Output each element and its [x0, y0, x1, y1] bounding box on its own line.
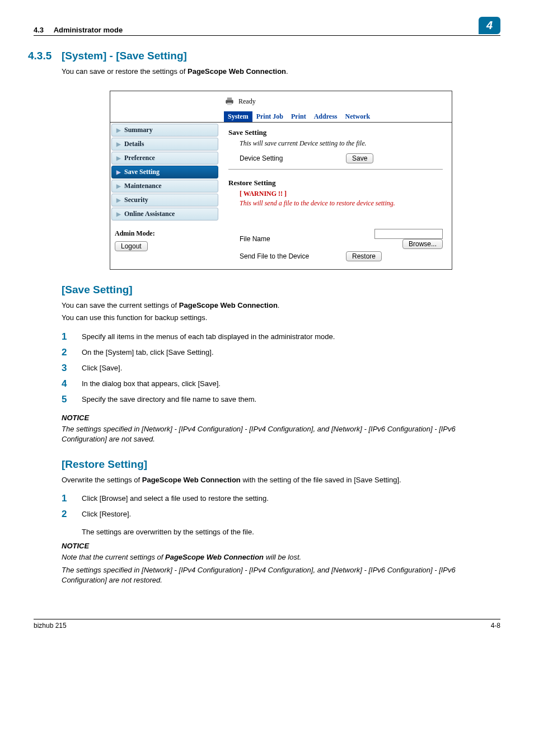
page-footer: bizhub 215 4-8	[34, 619, 500, 630]
screenshot: Ready System Print Job Print Address Net…	[110, 91, 452, 270]
arrow-icon: ▶	[116, 211, 121, 217]
restore-setting-intro: Overwrite the settings of PageScope Web …	[62, 475, 500, 485]
section-title: [System] - [Save Setting]	[62, 50, 187, 62]
save-setting-heading: [Save Setting]	[62, 284, 500, 296]
sidebar-item-details[interactable]: ▶Details	[111, 138, 218, 151]
restore-button[interactable]: Restore	[346, 251, 382, 261]
save-setting-desc: This will save current Device setting to…	[240, 139, 443, 148]
svg-rect-2	[227, 103, 232, 105]
arrow-icon: ▶	[116, 169, 121, 175]
tab-print-job[interactable]: Print Job	[252, 111, 287, 122]
sidebar: ▶Summary ▶Details ▶Preference ▶Save Sett…	[110, 123, 219, 269]
arrow-icon: ▶	[116, 155, 121, 161]
save-steps: Specify all items in the menus of each t…	[62, 329, 500, 408]
restore-step-1: Click [Browse] and select a file used to…	[62, 491, 500, 506]
top-tabs: System Print Job Print Address Network	[224, 111, 447, 122]
device-setting-label: Device Setting	[240, 154, 335, 162]
sidebar-item-summary[interactable]: ▶Summary	[111, 124, 218, 137]
status-row: Ready	[224, 93, 447, 111]
arrow-icon: ▶	[116, 197, 121, 203]
arrow-icon: ▶	[116, 141, 121, 147]
arrow-icon: ▶	[116, 127, 121, 133]
sidebar-item-online-assistance[interactable]: ▶Online Assistance	[111, 208, 218, 220]
save-step-3: Click [Save].	[62, 360, 500, 376]
save-notice-text: The settings specified in [Network] - [I…	[62, 424, 500, 444]
tab-print[interactable]: Print	[287, 111, 310, 122]
restore-setting-title: Restore Setting	[228, 179, 443, 187]
printer-icon	[224, 96, 235, 107]
footer-page-number: 4-8	[491, 622, 500, 630]
save-notice-title: NOTICE	[62, 414, 500, 422]
tab-network[interactable]: Network	[341, 111, 374, 122]
intro-text: You can save or restore the settings of …	[62, 67, 500, 77]
warning-label: [ WARNING !! ]	[240, 190, 443, 198]
chapter-badge: 4	[479, 17, 500, 34]
restore-notice-para1: Note that the current settings of PageSc…	[62, 552, 500, 562]
restore-substep: The settings are overwritten by the sett…	[82, 528, 500, 536]
page-header: 4.3 Administrator mode 4	[34, 17, 500, 36]
restore-notice-title: NOTICE	[62, 542, 500, 550]
warning-text: This will send a file to the device to r…	[240, 199, 443, 208]
save-step-5: Specify the save directory and file name…	[62, 392, 500, 407]
browse-button[interactable]: Browse...	[402, 239, 443, 249]
main-panel: Save Setting This will save current Devi…	[219, 123, 452, 269]
restore-steps: Click [Browse] and select a file used to…	[62, 491, 500, 522]
arrow-icon: ▶	[116, 183, 121, 189]
svg-rect-1	[227, 98, 232, 101]
sidebar-item-preference[interactable]: ▶Preference	[111, 152, 218, 165]
sidebar-item-security[interactable]: ▶Security	[111, 194, 218, 206]
send-file-label: Send File to the Device	[240, 252, 335, 260]
file-name-input[interactable]	[374, 229, 443, 239]
save-step-2: On the [System] tab, click [Save Setting…	[62, 345, 500, 360]
status-text: Ready	[238, 97, 256, 106]
restore-step-2: Click [Restore].	[62, 506, 500, 522]
footer-model: bizhub 215	[34, 622, 67, 630]
restore-setting-heading: [Restore Setting]	[62, 458, 500, 471]
section-number: 4.3.5	[28, 50, 62, 62]
restore-notice-para2: The settings specified in [Network] - [I…	[62, 565, 500, 585]
sidebar-item-save-setting[interactable]: ▶Save Setting	[111, 166, 218, 179]
header-section-title: Administrator mode	[54, 26, 123, 34]
save-setting-intro: You can save the current settings of Pag…	[62, 300, 500, 311]
save-step-4: In the dialog box that appears, click [S…	[62, 376, 500, 392]
save-step-1: Specify all items in the menus of each t…	[62, 329, 500, 345]
file-name-label: File Name	[240, 235, 335, 243]
save-setting-title: Save Setting	[228, 128, 443, 137]
save-button[interactable]: Save	[346, 153, 373, 163]
admin-mode-label: Admin Mode:	[115, 229, 215, 238]
logout-button[interactable]: Logout	[115, 241, 148, 251]
tab-system[interactable]: System	[224, 111, 252, 122]
tab-address[interactable]: Address	[310, 111, 341, 122]
backup-text: You can use this function for backup set…	[62, 313, 500, 323]
sidebar-item-maintenance[interactable]: ▶Maintenance	[111, 180, 218, 192]
header-section-ref: 4.3	[34, 26, 44, 34]
